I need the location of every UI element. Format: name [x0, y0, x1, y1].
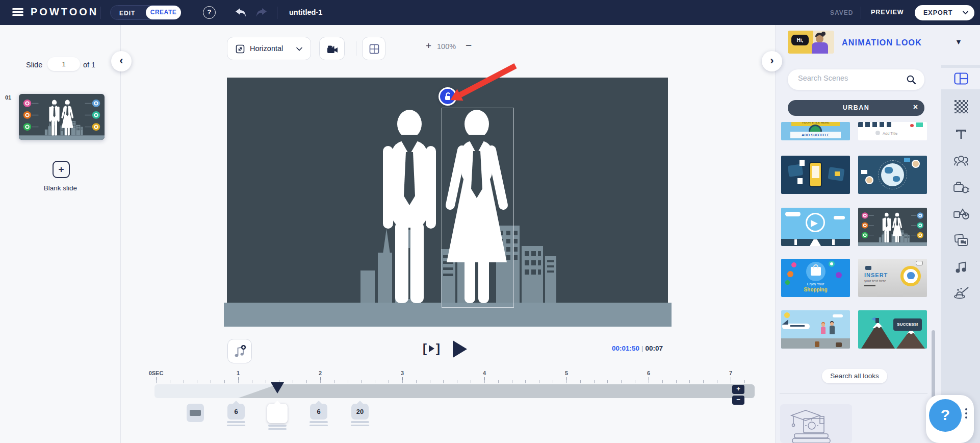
- thumb-character: [830, 326, 835, 334]
- rail-item-scenes-layout[interactable]: [941, 68, 980, 89]
- thumb-cloud: [785, 212, 801, 216]
- hamburger-menu-icon[interactable]: [12, 8, 23, 16]
- scene-thumb-mobile-app[interactable]: [781, 156, 850, 194]
- panel-dropdown-caret-icon[interactable]: ▼: [955, 38, 962, 46]
- timeline-track[interactable]: [154, 384, 755, 398]
- unlock-icon[interactable]: [439, 87, 457, 106]
- slide-thumbnail[interactable]: [19, 94, 105, 140]
- rail-item-props[interactable]: [941, 176, 980, 199]
- thumb-cloud: [833, 314, 843, 317]
- zoom-level: 100%: [437, 42, 456, 51]
- speech-bubble: Hi,: [791, 35, 809, 45]
- timeline-zoom-out-button[interactable]: −: [732, 396, 744, 405]
- thumb-hex-left: [788, 164, 804, 177]
- scene-thumb-airport[interactable]: [781, 310, 850, 349]
- backgrounds-icon: [955, 100, 968, 113]
- filter-chip-urban[interactable]: URBAN ×: [788, 100, 924, 116]
- thumb-character-head: [821, 323, 825, 327]
- character-head: [816, 35, 823, 43]
- scene-thumb-success[interactable]: SUCCESS!: [858, 310, 927, 349]
- search-scenes-input[interactable]: [798, 74, 895, 82]
- rail-item-media[interactable]: [941, 229, 980, 252]
- scene-thumb-title-slide[interactable]: YOUR TITLE HERE ADD SUBTITLE: [781, 122, 850, 140]
- close-icon[interactable]: ×: [913, 103, 918, 112]
- help-icon[interactable]: ?: [203, 6, 216, 19]
- thumb-insert: INSERT: [864, 272, 888, 278]
- zoom-out-button[interactable]: −: [466, 39, 472, 52]
- sketch-look-thumbnail[interactable]: [780, 404, 852, 443]
- slide-number-input[interactable]: [47, 57, 80, 71]
- marker-layer-line: [268, 428, 287, 430]
- thumb-suitcase: [836, 342, 842, 347]
- scene-thumb-travel-globe[interactable]: [781, 208, 850, 246]
- rail-item-text[interactable]: [941, 123, 980, 145]
- thumb-avatar: [912, 160, 920, 168]
- thumb-dot: [829, 261, 835, 267]
- collapse-right-panel-button[interactable]: ›: [762, 51, 782, 71]
- scene-thumb-shopping[interactable]: Enjoy Your Shopping: [781, 259, 850, 297]
- thumb-text: Enjoy Your: [781, 282, 850, 286]
- scene-thumb-add-title[interactable]: Add Title: [858, 122, 927, 140]
- preview-from-here-button[interactable]: []: [423, 341, 441, 356]
- thumb-character-head: [830, 322, 834, 326]
- thumb-city-strip: [858, 122, 894, 127]
- scene-thumb-insert-text[interactable]: INSERT your text here: [858, 259, 927, 297]
- timeline-marker[interactable]: 6: [225, 404, 247, 426]
- undo-icon[interactable]: [235, 7, 248, 19]
- zoom-in-button[interactable]: +: [426, 40, 431, 52]
- marker-layer-line: [310, 425, 328, 427]
- panel-title: ANIMATION LOOK: [842, 38, 922, 47]
- play-button[interactable]: [453, 340, 467, 358]
- orientation-dropdown[interactable]: Horizontal: [227, 37, 311, 60]
- thumb-figure: [794, 239, 797, 245]
- search-icon[interactable]: [906, 75, 916, 85]
- layout-grid-button[interactable]: [362, 37, 385, 60]
- scene-thumb-urban-infographic-current[interactable]: [858, 208, 927, 246]
- scene-thumb-global-network[interactable]: [858, 156, 927, 194]
- timeline-marker[interactable]: 20: [349, 404, 371, 426]
- camera-button[interactable]: [319, 37, 345, 60]
- create-tab[interactable]: CREATE: [146, 6, 181, 19]
- thumb-insert-sub: your text here: [864, 279, 886, 283]
- sound-icon: [955, 260, 967, 274]
- rail-item-shapes[interactable]: [941, 203, 980, 225]
- ruler-tick-label: 0SEC: [149, 370, 164, 376]
- more-options-icon[interactable]: [965, 408, 967, 421]
- playhead[interactable]: [271, 382, 284, 393]
- search-all-looks-button[interactable]: Search all looks: [822, 369, 887, 383]
- powtoon-logo[interactable]: POWTOON: [31, 6, 98, 18]
- thumb-character: [821, 327, 826, 334]
- document-title[interactable]: untitled-1: [289, 8, 322, 16]
- shapes-icon: [953, 207, 969, 220]
- slide-canvas[interactable]: [227, 78, 668, 327]
- rail-item-sound[interactable]: [941, 256, 980, 278]
- timeline-marker-selected[interactable]: [266, 404, 289, 430]
- time-separator: |: [639, 344, 646, 352]
- preview-button[interactable]: PREVIEW: [871, 9, 904, 16]
- top-bar: POWTOON EDIT CREATE ? untitled-1 SAVED P…: [0, 0, 980, 25]
- look-preview-thumbnail[interactable]: Hi,: [788, 31, 834, 54]
- music-note-plus-icon: [234, 344, 247, 358]
- timeline-marker-scene[interactable]: [184, 404, 207, 422]
- collapse-left-panel-button[interactable]: ‹: [111, 51, 132, 71]
- help-button[interactable]: ?: [929, 399, 962, 432]
- marker-layer-line: [268, 425, 287, 427]
- thumb-doc: [797, 178, 803, 184]
- redo-icon[interactable]: [254, 7, 268, 19]
- add-blank-slide-button[interactable]: +: [53, 161, 70, 178]
- marker-layer-line: [351, 421, 369, 423]
- timeline-zoom-in-button[interactable]: +: [732, 385, 744, 394]
- timeline-marker[interactable]: 6: [307, 404, 330, 426]
- selection-bounding-box[interactable]: [442, 108, 514, 308]
- edit-tab[interactable]: EDIT: [119, 10, 135, 17]
- export-button[interactable]: EXPORT: [915, 5, 974, 20]
- thumb-text: Shopping: [781, 287, 850, 292]
- rail-item-characters[interactable]: [941, 150, 980, 172]
- thumb-speech: [916, 261, 923, 265]
- powtoon-editor: POWTOON EDIT CREATE ? untitled-1 SAVED P…: [0, 0, 980, 443]
- add-music-button[interactable]: [227, 339, 252, 363]
- ruler-tick-label: 1: [237, 370, 240, 376]
- media-icon: [954, 234, 968, 247]
- rail-item-specials[interactable]: [941, 282, 980, 305]
- marker-badge: 6: [227, 404, 245, 420]
